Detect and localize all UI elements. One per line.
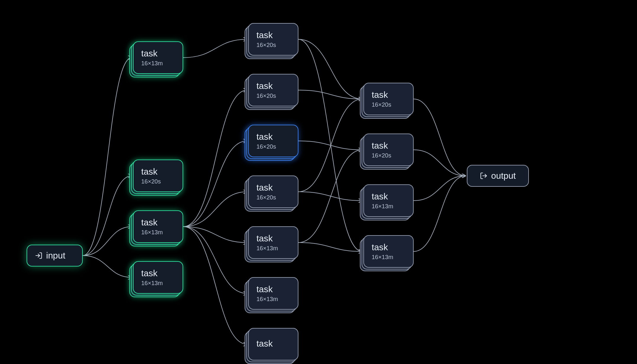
edge [83,227,132,256]
edge [183,227,247,344]
task-meta: 16×20s [372,152,391,159]
task-title: task [256,132,273,142]
input-label: input [46,251,65,261]
task-node[interactable]: task 16×13m [363,235,414,268]
edge [83,256,132,277]
task-title: task [141,48,157,58]
task-title: task [141,217,157,227]
task-title: task [372,90,388,100]
output-icon [480,172,488,180]
task-meta: 16×13m [141,60,163,67]
task-node[interactable]: task 16×20s [248,125,298,157]
task-node[interactable]: task 16×13m [133,261,183,294]
task-title: task [141,268,157,278]
task-title: task [256,81,273,91]
task-title: task [372,191,388,201]
input-node[interactable]: input [27,245,83,266]
task-title: task [256,183,273,192]
task-title: task [372,242,388,252]
edge [183,39,247,58]
task-node[interactable]: task 16×20s [248,23,298,56]
task-meta: 16×13m [256,245,278,252]
task-title: task [141,167,157,176]
task-node[interactable]: task [248,328,298,360]
edge [183,227,247,293]
task-meta: 16×20s [256,42,276,48]
edge [414,176,466,251]
edge [183,192,247,227]
edge [414,150,466,176]
task-title: task [256,284,273,294]
task-meta: 16×13m [141,229,163,236]
task-node[interactable]: task 16×13m [363,184,414,217]
input-icon [35,252,43,259]
task-node[interactable]: task 16×13m [133,41,183,74]
task-meta: 16×13m [372,203,393,210]
task-node[interactable]: task 16×13m [133,210,183,243]
task-meta: 16×20s [372,101,391,108]
task-title: task [256,30,273,40]
edge [298,99,362,192]
task-meta: 16×20s [141,178,161,185]
task-meta: 16×20s [256,92,276,99]
output-label: output [491,171,516,181]
edges-layer [0,0,637,364]
edge [83,176,132,256]
edge [298,39,362,99]
task-meta: 16×20s [256,194,276,201]
task-node[interactable]: task 16×20s [363,134,414,166]
task-node[interactable]: task 16×20s [248,74,298,106]
edge [298,90,362,99]
task-node[interactable]: task 16×13m [248,226,298,259]
task-meta: 16×13m [256,296,278,303]
edge [298,39,362,251]
edge [183,90,247,227]
task-node[interactable]: task 16×13m [248,277,298,310]
task-node[interactable]: task 16×20s [133,160,183,192]
task-title: task [256,233,273,243]
edge [298,192,362,201]
edge [414,99,466,176]
edge [183,141,247,227]
edge [414,176,466,201]
edge [183,227,247,243]
diagram-canvas: input output task 16×13m task 16×20s [0,0,637,364]
edge [83,58,132,256]
task-title: task [372,141,388,150]
task-meta: 16×13m [141,280,163,287]
task-meta: 16×20s [256,143,276,150]
edge [298,150,362,243]
task-node[interactable]: task 16×20s [248,176,298,208]
task-node[interactable]: task 16×20s [363,83,414,115]
task-meta: 16×13m [372,254,393,261]
edge [298,243,362,251]
edge [298,141,362,150]
task-title: task [256,339,273,348]
output-node[interactable]: output [467,165,529,187]
